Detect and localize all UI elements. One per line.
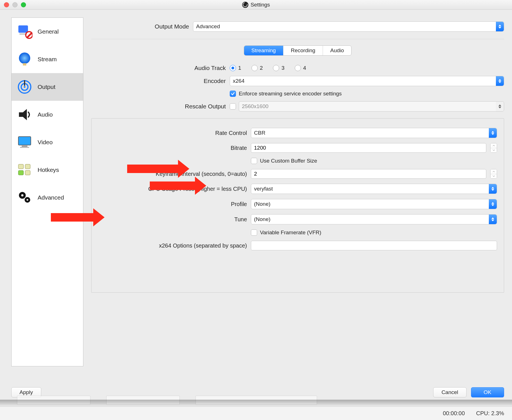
vfr-checkbox[interactable]	[251, 229, 257, 236]
rate-control-select[interactable]: CBR	[251, 128, 497, 138]
rescale-combo[interactable]: 2560x1600	[239, 101, 504, 111]
audio-track-3-radio[interactable]: 3	[273, 65, 285, 71]
svg-rect-5	[23, 63, 26, 65]
hotkeys-icon	[16, 161, 34, 179]
separator	[91, 39, 504, 39]
keyframe-stepper[interactable]	[490, 169, 497, 179]
svg-point-8	[24, 86, 25, 88]
settings-window: Settings General Stream Outp	[0, 0, 512, 401]
sidebar-item-stream[interactable]: Stream	[12, 45, 83, 73]
stepper-down-icon[interactable]	[491, 148, 497, 153]
profile-select[interactable]: (None)	[251, 199, 497, 209]
audio-track-2-radio[interactable]: 2	[251, 65, 263, 71]
rescale-value: 2560x1600	[242, 103, 268, 110]
sidebar-label: Hotkeys	[38, 167, 59, 173]
enforce-row: Enforce streaming service encoder settin…	[91, 88, 504, 99]
bitrate-stepper[interactable]	[490, 143, 497, 153]
audio-track-row: Audio Track 1 2 3 4	[91, 62, 504, 74]
sidebar-label: Video	[38, 139, 53, 146]
annotation-arrow-icon	[127, 163, 189, 175]
background-panels	[17, 396, 317, 405]
svg-rect-15	[25, 164, 30, 169]
sidebar-item-general[interactable]: General	[12, 18, 83, 45]
stepper-up-icon[interactable]	[491, 169, 497, 174]
svg-point-20	[21, 194, 23, 196]
sidebar-label: Stream	[38, 56, 57, 63]
annotation-arrow-icon	[51, 211, 105, 224]
rate-control-row: Rate Control CBR	[98, 125, 497, 141]
combo-chevron-icon	[496, 102, 504, 111]
window-title: Settings	[0, 2, 512, 8]
settings-body: General Stream Output Audio	[0, 10, 512, 381]
x264-options-row: x264 Options (separated by space)	[98, 238, 497, 253]
custom-buffer-checkbox[interactable]	[251, 158, 257, 164]
tab-audio[interactable]: Audio	[323, 46, 352, 55]
svg-rect-14	[18, 164, 23, 169]
x264-options-input[interactable]	[251, 241, 497, 250]
rescale-label: Rescale Output	[91, 103, 230, 110]
sidebar-label: General	[38, 28, 59, 35]
encoder-settings-panel: Rate Control CBR Bitrate	[91, 118, 504, 293]
output-tabs: Streaming Recording Audio	[91, 45, 504, 56]
tab-recording[interactable]: Recording	[283, 46, 323, 55]
titlebar: Settings	[0, 0, 512, 10]
tune-row: Tune (None)	[98, 212, 497, 227]
svg-rect-12	[22, 146, 27, 147]
general-icon	[16, 23, 34, 41]
sidebar: General Stream Output Audio	[11, 18, 83, 366]
status-bar: 00:00:00 CPU: 2.3%	[0, 406, 512, 420]
sidebar-item-output[interactable]: Output	[12, 73, 83, 101]
tune-value: (None)	[254, 216, 270, 222]
tab-streaming[interactable]: Streaming	[244, 46, 284, 55]
x264-options-label: x264 Options (separated by space)	[98, 242, 251, 249]
audio-track-1-radio[interactable]: 1	[230, 65, 241, 71]
sidebar-label: Advanced	[38, 194, 64, 201]
stepper-up-icon[interactable]	[491, 143, 497, 148]
cpu-preset-value: veryfast	[254, 186, 273, 192]
audio-track-label: Audio Track	[91, 65, 230, 71]
cpu-preset-select[interactable]: veryfast	[251, 184, 497, 194]
sidebar-item-video[interactable]: Video	[12, 128, 83, 156]
svg-point-21	[27, 199, 28, 201]
profile-row: Profile (None)	[98, 196, 497, 212]
stream-icon	[16, 50, 34, 68]
sidebar-item-hotkeys[interactable]: Hotkeys	[12, 156, 83, 184]
profile-value: (None)	[254, 201, 270, 207]
output-mode-label: Output Mode	[91, 23, 193, 30]
select-stepper-icon	[489, 184, 497, 194]
window-title-text: Settings	[251, 2, 270, 8]
keyframe-input[interactable]	[251, 169, 486, 179]
sidebar-item-audio[interactable]: Audio	[12, 101, 83, 128]
select-stepper-icon	[496, 76, 504, 86]
encoder-row: Encoder x264	[91, 74, 504, 88]
svg-point-4	[19, 53, 30, 64]
encoder-select[interactable]: x264	[230, 76, 504, 86]
enforce-label: Enforce streaming service encoder settin…	[239, 91, 342, 97]
custom-buffer-label: Use Custom Buffer Size	[260, 158, 317, 164]
encoder-value: x264	[233, 78, 244, 84]
profile-label: Profile	[98, 201, 251, 207]
tune-select[interactable]: (None)	[251, 214, 497, 224]
obs-app-icon	[242, 2, 248, 8]
rescale-checkbox[interactable]	[230, 103, 236, 110]
rate-control-label: Rate Control	[98, 130, 251, 136]
sidebar-label: Audio	[38, 111, 53, 118]
cancel-button[interactable]: Cancel	[433, 387, 466, 397]
audio-track-4-radio[interactable]: 4	[295, 65, 306, 71]
bitrate-input[interactable]	[251, 143, 486, 153]
output-mode-value: Advanced	[196, 23, 220, 30]
status-time: 00:00:00	[443, 410, 465, 417]
settings-content: Output Mode Advanced Streaming Recording…	[91, 18, 504, 381]
output-mode-select[interactable]: Advanced	[193, 21, 504, 32]
audio-icon	[16, 106, 34, 124]
select-stepper-icon	[489, 128, 497, 138]
select-stepper-icon	[496, 22, 504, 31]
select-stepper-icon	[489, 215, 497, 224]
status-cpu: CPU: 2.3%	[476, 410, 504, 417]
stepper-down-icon[interactable]	[491, 174, 497, 179]
svg-rect-16	[18, 170, 23, 175]
sidebar-item-advanced[interactable]: Advanced	[12, 184, 83, 211]
enforce-checkbox[interactable]	[230, 91, 236, 97]
video-icon	[16, 133, 34, 151]
ok-button[interactable]: OK	[471, 387, 504, 397]
